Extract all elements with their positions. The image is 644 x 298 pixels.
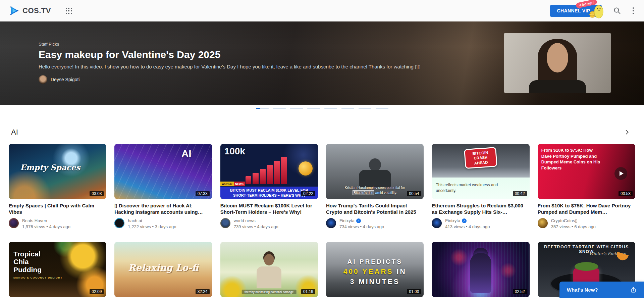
- video-meta: 357 views • 6 days ago: [551, 224, 596, 229]
- video-meta: 734 views • 4 days ago: [339, 224, 384, 229]
- video-title[interactable]: From $10K to $75K: How Dave Portnoy Pump…: [538, 202, 635, 215]
- video-thumbnail[interactable]: AI PREDICTS 400 YEARSIN 3 MINUTES 01:00: [326, 242, 424, 297]
- video-title[interactable]: Ethereum Struggles to Reclaim $3,000 as …: [432, 202, 529, 215]
- thumb-overlay-text: 100k: [224, 146, 245, 157]
- neon-figure: [470, 253, 491, 293]
- video-card[interactable]: Empty Spaces 03:03 Empty Spaces | Chill …: [9, 144, 106, 229]
- duration-badge: 07:33: [196, 191, 210, 196]
- duration-badge: 01:00: [407, 289, 421, 294]
- speaker-figure: [359, 170, 391, 187]
- video-grid-row1: Empty Spaces 03:03 Empty Spaces | Chill …: [0, 144, 644, 229]
- video-card[interactable]: Kristian Haralampiev sees potential for …: [326, 144, 424, 229]
- video-card[interactable]: 02:52: [432, 242, 529, 297]
- video-title[interactable]: Empty Spaces | Chill Pop with Calm Vibes: [9, 202, 106, 215]
- carousel-dot-1[interactable]: [256, 108, 269, 109]
- video-thumbnail[interactable]: Empty Spaces 03:03: [9, 144, 106, 199]
- channel-name[interactable]: CryptoCoins▯: [551, 218, 596, 223]
- carousel-dot-4[interactable]: [307, 108, 320, 109]
- duration-badge: 32:24: [196, 289, 210, 294]
- channel-avatar[interactable]: [326, 218, 336, 228]
- anchor-figure: [257, 266, 281, 288]
- duration-badge: 01:19: [301, 289, 315, 294]
- video-title[interactable]: How Trump's Tariffs Could Impact Crypto …: [326, 202, 424, 215]
- caption-highlight: Bitcoin's rise: [353, 190, 374, 195]
- open-panel-icon[interactable]: [630, 287, 637, 293]
- video-meta: 413 views • 4 days ago: [445, 224, 490, 229]
- hero-channel-avatar: [39, 75, 47, 84]
- video-card[interactable]: From $10K to $75K: How Dave Portnoy Pump…: [538, 144, 635, 229]
- video-meta: 1,222 views • 3 days ago: [128, 224, 176, 229]
- channel-name[interactable]: hach ai: [128, 218, 176, 223]
- video-thumbnail[interactable]: BITCOIN CRASH AHEAD This reflects market…: [432, 144, 529, 199]
- video-card[interactable]: TropicalChiaPudding MANGO & COCONUT DELI…: [9, 242, 106, 297]
- carousel-dot-5[interactable]: [324, 108, 337, 109]
- carousel-dot-3[interactable]: [290, 108, 303, 109]
- video-thumbnail[interactable]: 100k WORLDNEWS BITCOIN MUST RECLAIM $100…: [220, 144, 318, 199]
- channel-avatar[interactable]: [432, 218, 442, 228]
- search-icon[interactable]: [613, 7, 621, 15]
- video-thumbnail[interactable]: 02:52: [432, 242, 529, 297]
- thumb-overlay-text: From $10K to $75K: How Dave Portnoy Pump…: [541, 147, 604, 171]
- channel-name[interactable]: Beats Haven: [22, 218, 70, 223]
- portrait-shoulders: [529, 80, 586, 93]
- chevron-right-icon[interactable]: [623, 129, 631, 136]
- video-card[interactable]: AI PREDICTS 400 YEARSIN 3 MINUTES 01:00: [326, 242, 424, 297]
- video-card[interactable]: BITCOIN CRASH AHEAD This reflects market…: [432, 144, 529, 229]
- video-card[interactable]: thereby minimizing potential damage 01:1…: [220, 242, 318, 297]
- carousel-dot-2[interactable]: [273, 108, 286, 109]
- duration-badge: 00:42: [513, 191, 527, 196]
- thumb-overlay-text: Relaxing Lo-fi: [128, 262, 198, 272]
- channel-name[interactable]: Finixyta✓: [445, 218, 490, 223]
- video-meta: 739 views • 4 days ago: [234, 224, 278, 229]
- bitcoin-coin-graphic: [299, 161, 313, 176]
- video-thumbnail[interactable]: Relaxing Lo-fi 32:24: [114, 242, 212, 297]
- video-card[interactable]: 100k WORLDNEWS BITCOIN MUST RECLAIM $100…: [220, 144, 318, 229]
- video-thumbnail[interactable]: thereby minimizing potential damage 01:1…: [220, 242, 318, 297]
- hero-video-thumbnail[interactable]: [504, 33, 611, 93]
- video-thumbnail[interactable]: TropicalChiaPudding MANGO & COCONUT DELI…: [9, 242, 106, 297]
- carousel-dot-7[interactable]: [359, 108, 371, 109]
- video-card[interactable]: Relaxing Lo-fi 32:24: [114, 242, 212, 297]
- channel-avatar[interactable]: [114, 218, 124, 228]
- video-grid-row2: TropicalChiaPudding MANGO & COCONUT DELI…: [0, 242, 644, 297]
- world-news-tag: WORLDNEWS: [220, 182, 245, 186]
- duration-badge: 02:09: [90, 289, 104, 294]
- channel-name[interactable]: world news: [234, 218, 278, 223]
- video-title[interactable]: Bitcoin MUST Reclaim $100K Level for Sho…: [220, 202, 318, 215]
- section-title-ai[interactable]: AI: [11, 128, 18, 137]
- hero-channel-link[interactable]: Deyse Spigoti: [39, 75, 421, 84]
- hero-kicker: Staff Picks: [39, 42, 421, 47]
- channel-avatar[interactable]: [220, 218, 230, 228]
- thumb-overlay-text: AI: [181, 148, 192, 159]
- thumb-overlay-text: Empty Spaces: [20, 163, 80, 172]
- warning-sign-text: BITCOIN CRASH AHEAD: [464, 147, 497, 169]
- apps-grid-icon[interactable]: [66, 8, 72, 14]
- video-thumbnail[interactable]: AI 07:33: [114, 144, 212, 199]
- duration-badge: 00:54: [407, 191, 421, 196]
- more-menu-icon[interactable]: [631, 6, 636, 16]
- channel-vip-button[interactable]: CHANNEL VIP Airdrop!: [550, 5, 601, 17]
- whats-new-label: What's New?: [567, 287, 598, 293]
- thumb-overlay-subtext: MANGO & COCONUT DELIGHT: [13, 276, 62, 279]
- duration-badge: 02:22: [301, 191, 315, 196]
- costv-logo[interactable]: COS.TV: [9, 5, 51, 16]
- video-thumbnail[interactable]: Kristian Haralampiev sees potential for …: [326, 144, 424, 199]
- brand-text: COS.TV: [22, 6, 51, 15]
- video-title[interactable]: ▯ Discover the power of Hack AI: Hacking…: [114, 202, 212, 215]
- mascot-icon: [588, 3, 605, 19]
- thumb-caption: thereby minimizing potential damage: [242, 290, 297, 294]
- carousel-dot-6[interactable]: [341, 108, 354, 109]
- hero-title[interactable]: Easy makeup for Valentine's Day 2025: [39, 49, 421, 60]
- channel-name[interactable]: Finixyta✓: [339, 218, 384, 223]
- duration-badge: 03:03: [90, 191, 104, 196]
- video-card[interactable]: AI 07:33 ▯ Discover the power of Hack AI…: [114, 144, 212, 229]
- carousel-dot-8[interactable]: [376, 108, 388, 109]
- channel-avatar[interactable]: [9, 218, 19, 228]
- channel-avatar[interactable]: [538, 218, 548, 228]
- video-meta: 1,976 views • 4 days ago: [22, 224, 70, 229]
- garnish-graphic: [575, 262, 598, 271]
- video-thumbnail[interactable]: From $10K to $75K: How Dave Portnoy Pump…: [538, 144, 635, 199]
- thumb-overlay-text: AI PREDICTS 400 YEARSIN 3 MINUTES: [326, 258, 424, 286]
- top-navbar: COS.TV CHANNEL VIP Airdrop!: [0, 0, 644, 21]
- whats-new-bar[interactable]: What's New?: [559, 282, 644, 298]
